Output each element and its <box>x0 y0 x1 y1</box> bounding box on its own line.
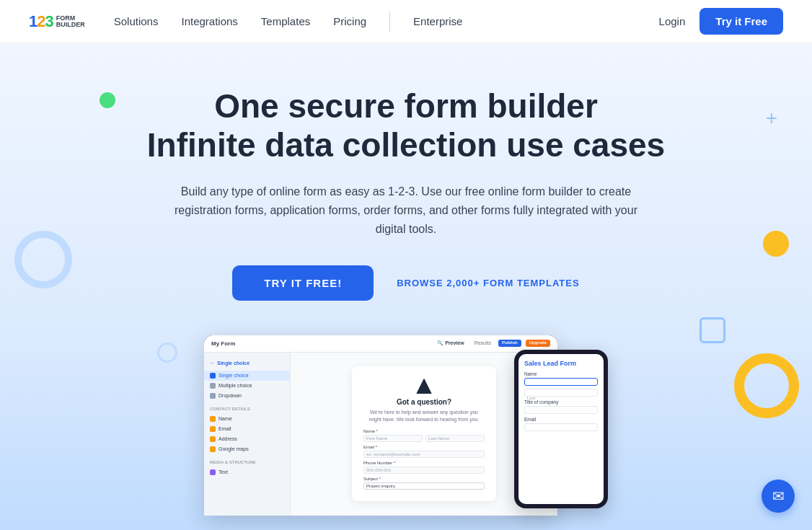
nav-solutions[interactable]: Solutions <box>114 15 159 27</box>
logo-3: 3 <box>45 12 53 30</box>
chat-bubble[interactable]: ✉ <box>762 480 795 513</box>
sidebar-icon <box>210 383 216 389</box>
form-preview-desc: We're here to help and answer any questi… <box>363 409 485 423</box>
nav-right: Login Try it Free <box>659 8 783 35</box>
topbar-upgrade-badge[interactable]: Upgrade <box>526 340 550 347</box>
hero-content: One secure form builder Infinite data co… <box>147 87 665 335</box>
logo-1: 1 <box>29 12 37 30</box>
logo-builder-text: BUILDER <box>56 22 85 28</box>
sidebar-contact-section: CONTACT DETAILS <box>204 404 290 414</box>
form-subject-input[interactable]: Project enquiry <box>363 482 485 490</box>
form-first-name-input[interactable]: First Name <box>363 435 423 442</box>
sidebar-icon <box>210 426 216 432</box>
form-email-input[interactable]: ex: myname@example.com <box>363 451 485 458</box>
form-preview-icon <box>416 378 432 394</box>
deco-plus-icon: + <box>766 107 777 130</box>
logo[interactable]: 123 FORM BUILDER <box>29 12 85 31</box>
sidebar-icon <box>210 469 216 475</box>
deco-orange-dot <box>763 231 789 257</box>
topbar-preview-tab[interactable]: 🔍 Preview <box>434 340 467 347</box>
topbar-tabs: 🔍 Preview Results Publish Upgrade <box>434 340 550 347</box>
form-preview-card: Got a question? We're here to help and a… <box>352 366 496 501</box>
nav-links: Solutions Integrations Templates Pricing… <box>114 12 659 32</box>
form-email-label: Email * <box>363 445 485 449</box>
hero-buttons: TRY IT FREE! BROWSE 2,000+ FORM TEMPLATE… <box>147 265 665 301</box>
logo-2: 2 <box>37 12 45 30</box>
nav-pricing[interactable]: Pricing <box>333 15 366 27</box>
sidebar-item-dropdown[interactable]: Dropdown <box>204 391 290 401</box>
form-name-row: First Name Last Name <box>363 435 485 442</box>
topbar-publish-badge[interactable]: Publish <box>498 340 521 347</box>
deco-blue-ring <box>14 231 72 288</box>
laptop-form-name: My Form <box>211 340 235 347</box>
hero-subtitle: Build any type of online form as easy as… <box>168 182 644 239</box>
sidebar-icon <box>210 373 216 379</box>
topbar-results-tab[interactable]: Results <box>472 340 494 347</box>
form-phone-label: Phone Number * <box>363 461 485 465</box>
laptop-mockup: My Form 🔍 Preview Results Publish Upgrad… <box>204 335 557 516</box>
phone-name-label: Name <box>524 371 598 376</box>
phone-company-label: Title of company <box>524 399 598 405</box>
phone-form-title: Sales Lead Form <box>524 360 598 367</box>
sidebar-icon <box>210 416 216 422</box>
deco-rect <box>700 317 725 343</box>
phone-email-input[interactable] <box>524 423 598 431</box>
phone-first-input[interactable] <box>524 378 598 386</box>
sidebar-media-section: MEDIA & STRUCTURE <box>204 457 290 467</box>
sidebar-back-icon: ← <box>210 361 215 366</box>
try-free-cta-button[interactable]: TRY IT FREE! <box>232 265 374 301</box>
sidebar-item-address[interactable]: Address <box>204 434 290 444</box>
devices-mockup: My Form 🔍 Preview Results Publish Upgrad… <box>204 335 608 519</box>
phone-screen: Sales Lead Form Name Last Title of compa… <box>518 354 604 504</box>
chat-icon: ✉ <box>772 487 785 505</box>
laptop-inner: ← Single choice Single choice Multiple c… <box>204 353 557 516</box>
navbar: 123 FORM BUILDER Solutions Integrations … <box>0 0 812 43</box>
form-name-label: Name * <box>363 429 485 433</box>
sidebar-item-google-maps[interactable]: Google maps <box>204 444 290 454</box>
login-link[interactable]: Login <box>659 15 686 27</box>
phone-email-label: Email <box>524 417 598 422</box>
sidebar-back-label: Single choice <box>217 361 250 366</box>
hero-section: + One secure form builder Infinite data … <box>0 43 812 530</box>
sidebar-item-multiple-choice[interactable]: Multiple choice <box>204 381 290 391</box>
nav-integrations[interactable]: Integrations <box>181 15 237 27</box>
sidebar-icon <box>210 436 216 442</box>
sidebar-item-name[interactable]: Name <box>204 414 290 424</box>
form-phone-input[interactable]: 000-000-000 <box>363 467 485 474</box>
phone-company-input[interactable] <box>524 406 598 414</box>
deco-blue-ring-small <box>157 343 177 363</box>
nav-divider <box>389 12 390 32</box>
try-it-free-button[interactable]: Try it Free <box>700 8 783 35</box>
deco-orange-ring <box>734 353 799 418</box>
sidebar-icon <box>210 446 216 452</box>
form-subject-label: Subject * <box>363 477 485 481</box>
laptop-topbar: My Form 🔍 Preview Results Publish Upgrad… <box>204 335 557 353</box>
form-last-name-input[interactable]: Last Name <box>425 435 485 442</box>
sidebar-icon <box>210 393 216 399</box>
browse-templates-link[interactable]: BROWSE 2,000+ FORM TEMPLATES <box>397 278 580 288</box>
sidebar-item-text[interactable]: Text <box>204 467 290 477</box>
nav-templates[interactable]: Templates <box>261 15 310 27</box>
phone-last-input[interactable]: Last <box>524 389 598 397</box>
sidebar-item-single-choice[interactable]: Single choice <box>204 371 290 381</box>
phone-mockup: Sales Lead Form Name Last Title of compa… <box>514 350 608 508</box>
hero-title: One secure form builder Infinite data co… <box>147 87 665 165</box>
laptop-sidebar: ← Single choice Single choice Multiple c… <box>204 353 291 516</box>
sidebar-item-email[interactable]: Email <box>204 424 290 434</box>
nav-enterprise[interactable]: Enterprise <box>413 15 462 27</box>
form-preview-title: Got a question? <box>363 398 485 406</box>
deco-green-dot <box>100 92 115 108</box>
